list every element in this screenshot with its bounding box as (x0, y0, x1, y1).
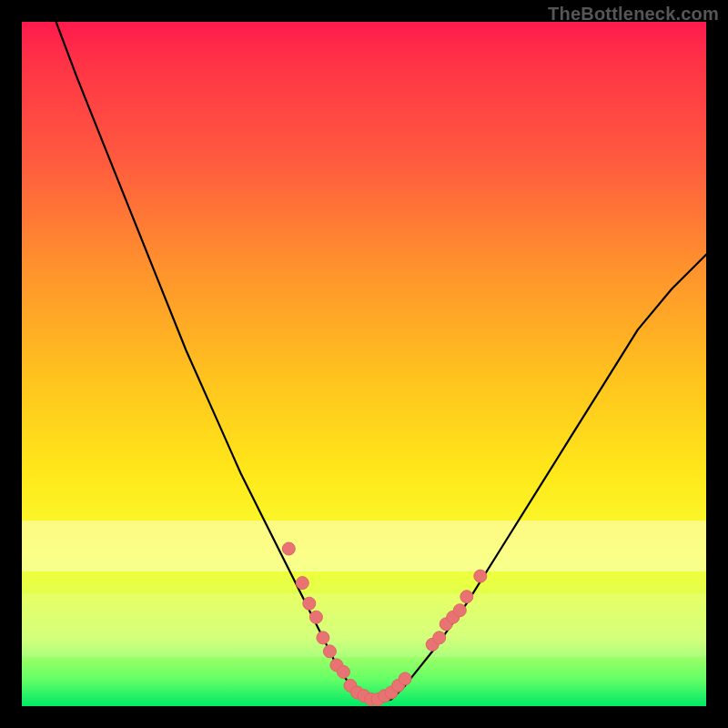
plot-area (22, 22, 706, 706)
svg-point-6 (330, 659, 343, 672)
highlight-band-upper (22, 521, 706, 571)
svg-point-9 (351, 686, 364, 699)
svg-point-8 (344, 679, 357, 692)
svg-point-11 (365, 693, 378, 706)
svg-point-16 (399, 672, 411, 685)
svg-point-12 (371, 693, 384, 706)
svg-point-13 (379, 690, 391, 703)
svg-point-1 (296, 577, 308, 590)
svg-point-23 (474, 570, 487, 582)
svg-point-10 (358, 690, 370, 703)
svg-point-7 (337, 665, 349, 678)
highlight-band-lower (22, 593, 706, 657)
attribution-text: TheBottleneck.com (548, 4, 719, 25)
svg-point-14 (385, 686, 398, 699)
chart-frame: TheBottleneck.com (0, 0, 728, 728)
svg-point-15 (392, 679, 405, 692)
